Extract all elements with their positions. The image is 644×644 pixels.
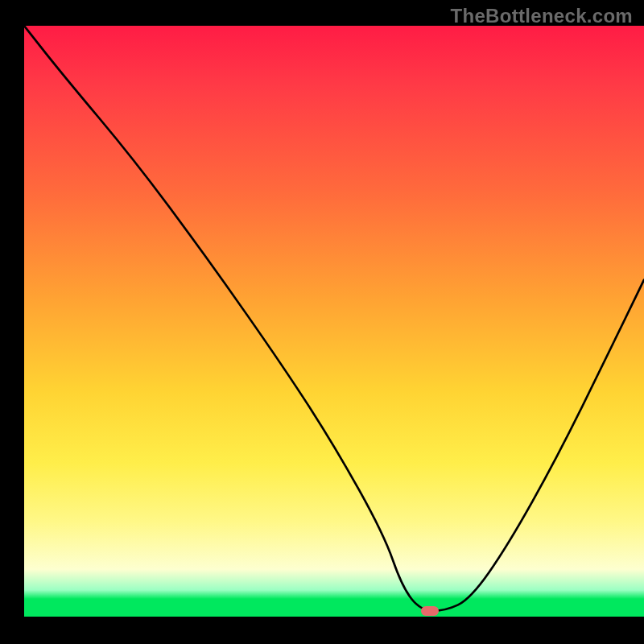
- plot-area: [24, 26, 644, 617]
- optimal-marker: [421, 606, 439, 616]
- chart-frame: TheBottleneck.com: [0, 0, 644, 644]
- watermark-text: TheBottleneck.com: [451, 5, 633, 27]
- bottleneck-curve: [24, 26, 644, 617]
